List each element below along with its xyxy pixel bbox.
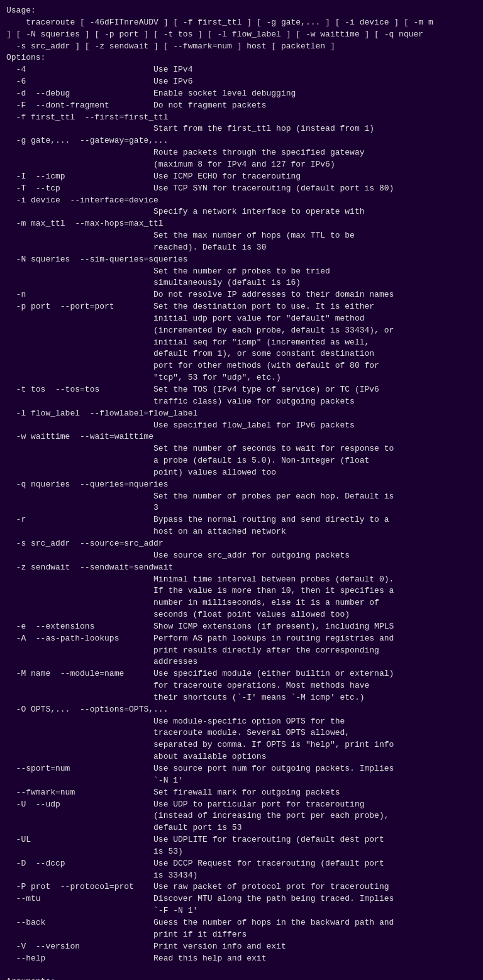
- terminal-output: Usage: traceroute [ -46dFITnreAUDV ] [ -…: [6, 5, 477, 980]
